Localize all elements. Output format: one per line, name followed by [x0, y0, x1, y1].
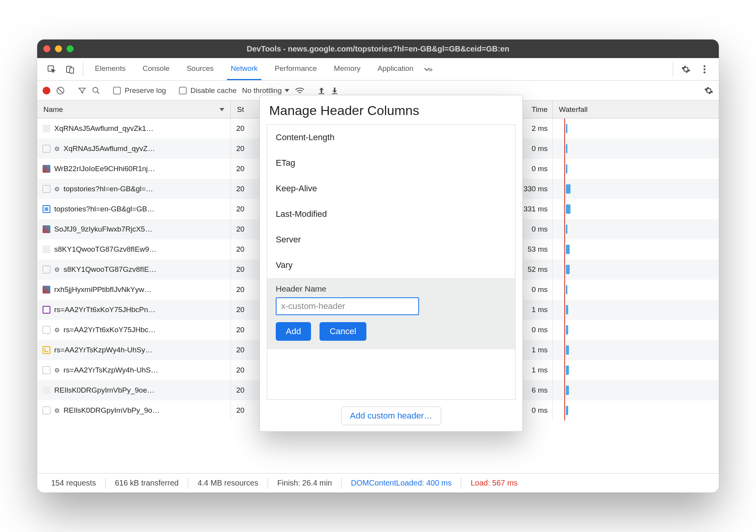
device-toggle-icon[interactable]	[62, 58, 78, 80]
file-type-icon	[43, 185, 50, 193]
header-list: Content-LengthETagKeep-AliveLast-Modifie…	[267, 124, 515, 400]
devtools-tabstrip: ElementsConsoleSourcesNetworkPerformance…	[37, 58, 719, 81]
add-button[interactable]: Add	[276, 322, 311, 341]
request-name: XqRNAsJ5Awflumd_qyvZ…	[64, 144, 155, 153]
kebab-menu-icon[interactable]	[696, 58, 713, 80]
svg-rect-2	[70, 68, 74, 73]
more-tabs-icon[interactable]: »	[420, 58, 436, 80]
throttling-value: No throttling	[242, 86, 282, 95]
waterfall-cell	[552, 340, 719, 360]
request-name: rs=AA2YrTsKzpWy4h-UhS…	[64, 366, 158, 374]
column-header-name[interactable]: Name	[37, 101, 231, 118]
request-name: REIlsK0DRGpyImVbPy_9oe…	[54, 386, 155, 395]
manage-header-columns-popup: Manage Header Columns Content-LengthETag…	[259, 95, 523, 432]
network-settings-icon[interactable]	[704, 86, 713, 95]
waterfall-cell	[552, 320, 719, 340]
gear-icon: ⚙	[54, 185, 60, 193]
status-resources: 4.4 MB resources	[190, 479, 266, 487]
throttling-select[interactable]: No throttling	[242, 86, 289, 95]
gear-icon: ⚙	[54, 326, 60, 334]
file-type-icon	[43, 266, 50, 273]
preserve-log-label: Preserve log	[125, 86, 166, 95]
tab-application[interactable]: Application	[374, 58, 418, 80]
popup-title: Manage Header Columns	[260, 95, 522, 124]
waterfall-cell	[552, 159, 719, 179]
header-list-item[interactable]: Last-Modified	[267, 201, 515, 227]
file-type-icon	[43, 225, 50, 233]
header-name-input[interactable]	[276, 297, 419, 315]
request-name: REIlsK0DRGpyImVbPy_9o…	[64, 406, 160, 415]
file-type-icon	[43, 326, 50, 334]
waterfall-cell	[552, 259, 719, 280]
disable-cache-label: Disable cache	[191, 86, 237, 95]
request-name: s8KY1QwooTG87Gzv8fIE…	[64, 265, 156, 274]
header-list-item[interactable]: Keep-Alive	[267, 176, 515, 201]
status-requests: 154 requests	[43, 479, 104, 487]
file-type-icon	[43, 125, 50, 132]
file-type-icon	[43, 205, 50, 213]
header-list-item[interactable]: Vary	[267, 252, 515, 278]
custom-header-form: Header Name Add Cancel	[267, 278, 515, 349]
waterfall-cell	[552, 219, 719, 239]
file-type-icon	[43, 306, 50, 314]
request-name: rxh5jjHyxmiPPtibfIJvNkYyw…	[54, 285, 151, 294]
request-name: SoJfJ9_9zIykuFlwxb7RjcX5…	[54, 225, 152, 233]
file-type-icon	[43, 407, 50, 414]
settings-icon[interactable]	[678, 58, 694, 80]
disable-cache-checkbox[interactable]: Disable cache	[179, 86, 237, 95]
waterfall-cell	[552, 139, 719, 159]
tab-elements[interactable]: Elements	[91, 58, 129, 80]
file-type-icon	[43, 366, 50, 374]
preserve-log-checkbox[interactable]: Preserve log	[113, 86, 166, 95]
network-statusbar: 154 requests 616 kB transferred 4.4 MB r…	[37, 473, 719, 493]
request-name: XqRNAsJ5Awflumd_qyvZk1…	[54, 124, 153, 133]
header-list-item[interactable]: Server	[267, 227, 515, 252]
gear-icon: ⚙	[54, 266, 60, 273]
file-type-icon	[43, 346, 50, 354]
file-type-icon	[43, 165, 50, 173]
svg-point-7	[93, 87, 98, 92]
svg-point-4	[704, 68, 706, 70]
tab-console[interactable]: Console	[139, 58, 174, 80]
waterfall-cell	[552, 179, 719, 199]
request-name: rs=AA2YrTsKzpWy4h-UhSy…	[54, 346, 153, 354]
waterfall-cell	[552, 199, 719, 219]
download-icon[interactable]	[331, 87, 338, 94]
file-type-icon	[43, 245, 50, 253]
waterfall-cell	[552, 300, 719, 320]
header-list-item[interactable]: ETag	[267, 150, 515, 176]
svg-point-3	[704, 65, 706, 67]
waterfall-cell	[552, 360, 719, 380]
file-type-icon	[43, 286, 50, 293]
dropdown-caret-icon	[285, 89, 289, 92]
tab-network[interactable]: Network	[227, 58, 262, 80]
record-button[interactable]	[43, 87, 50, 94]
request-name: rs=AA2YrTt6xKoY75JHbcPn…	[54, 305, 155, 314]
status-domcontentloaded: DOMContentLoaded: 400 ms	[343, 479, 459, 487]
waterfall-cell	[552, 400, 719, 420]
search-icon[interactable]	[92, 86, 100, 95]
waterfall-cell	[552, 118, 719, 139]
header-name-label: Header Name	[276, 284, 507, 293]
network-conditions-icon[interactable]	[295, 86, 305, 95]
waterfall-cell	[552, 380, 719, 400]
tab-performance[interactable]: Performance	[271, 58, 321, 80]
svg-rect-9	[332, 93, 337, 94]
request-name: WrB22rIJoIoEe9CHhi60R1nj…	[54, 165, 155, 173]
inspect-icon[interactable]	[43, 58, 60, 80]
svg-point-5	[704, 71, 706, 73]
add-custom-header-button[interactable]: Add custom header…	[341, 407, 442, 425]
upload-icon[interactable]	[318, 87, 325, 94]
request-name: topstories?hl=en-GB&gl=…	[64, 185, 153, 193]
status-finish: Finish: 26.4 min	[270, 479, 340, 487]
cancel-button[interactable]: Cancel	[320, 322, 366, 341]
request-name: topstories?hl=en-GB&gl=GB…	[54, 205, 155, 213]
tab-memory[interactable]: Memory	[330, 58, 364, 80]
clear-icon[interactable]	[56, 86, 65, 95]
tab-sources[interactable]: Sources	[183, 58, 218, 80]
request-name: s8KY1QwooTG87Gzv8fIEw9…	[54, 245, 156, 254]
filter-icon[interactable]	[78, 86, 86, 95]
file-type-icon	[43, 386, 50, 394]
column-header-waterfall[interactable]: Waterfall	[552, 101, 719, 118]
header-list-item[interactable]: Content-Length	[267, 125, 515, 150]
